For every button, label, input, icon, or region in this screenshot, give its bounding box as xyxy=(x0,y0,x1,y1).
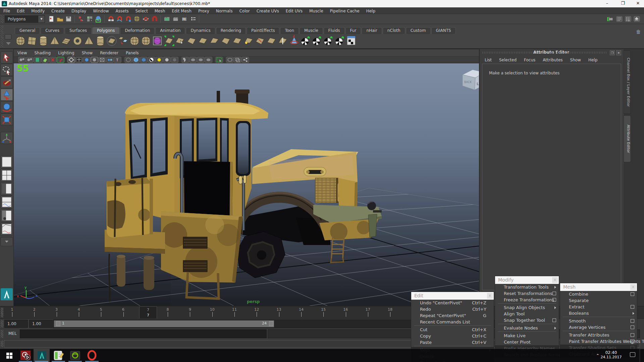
bookmark-icon[interactable] xyxy=(34,57,41,63)
menu-item-undo-centerpivot-[interactable]: Undo "CenterPivot"Ctrl+Z xyxy=(411,300,494,306)
uv-layout-icon[interactable] xyxy=(324,37,332,45)
snap-make-live-icon[interactable] xyxy=(151,15,159,23)
plane-pair-icon[interactable] xyxy=(199,38,207,44)
uv-unfold-icon[interactable] xyxy=(313,37,321,45)
fold-plane-icon[interactable] xyxy=(256,38,264,44)
menu-item-snap-align-objects[interactable]: Snap Align Objects xyxy=(495,304,559,311)
menu-item-copy[interactable]: CopyCtrl+C xyxy=(411,333,494,339)
restore-button[interactable]: ❐ xyxy=(618,0,628,7)
close-panel-icon[interactable]: ✕ xyxy=(616,50,621,55)
option-box-icon[interactable] xyxy=(552,318,556,322)
drag-handle[interactable] xyxy=(1,330,3,338)
start-button[interactable] xyxy=(1,349,17,362)
menu-item-evaluate-nodes[interactable]: Evaluate Nodes xyxy=(495,325,559,331)
shelf-tab-painteffects[interactable]: PaintEffects xyxy=(247,27,279,34)
poly-pyramid-icon[interactable] xyxy=(85,36,93,44)
blob2-icon[interactable] xyxy=(197,57,204,63)
layout-graph-button[interactable] xyxy=(1,196,13,208)
smooth-icon[interactable] xyxy=(153,37,161,45)
xray-icon[interactable] xyxy=(99,57,106,63)
screen-recorder-app[interactable] xyxy=(17,349,34,362)
menu-item-paste[interactable]: PasteCtrl+V xyxy=(411,339,494,346)
shelf-tab-nhair[interactable]: nHair xyxy=(362,27,382,34)
poly-cylinder-icon[interactable] xyxy=(40,36,47,46)
snap-grid-icon[interactable] xyxy=(107,15,115,23)
option-box-icon[interactable] xyxy=(631,319,634,323)
tray-chevron-icon[interactable]: ⌃ xyxy=(596,353,599,358)
cube-face-icon[interactable] xyxy=(210,38,218,43)
restore-panel-icon[interactable]: ❐ xyxy=(610,50,615,55)
menu-modify[interactable]: Modify xyxy=(28,8,48,14)
camera-attrs-icon[interactable] xyxy=(26,57,33,63)
ball-gray-icon[interactable] xyxy=(163,57,170,63)
range-start-handle[interactable] xyxy=(56,321,60,326)
poly-sphere-icon[interactable] xyxy=(16,37,25,45)
trash-icon[interactable]: 🗑 xyxy=(636,29,642,36)
lighting-default-icon[interactable] xyxy=(140,57,147,63)
menu-item-paint-transfer-attributes-weights-tool[interactable]: Paint Transfer Attributes Weights Tool xyxy=(560,338,637,345)
light-yellow-icon[interactable] xyxy=(156,57,163,63)
snap-projected-center-icon[interactable] xyxy=(133,15,141,23)
option-box-icon[interactable] xyxy=(552,298,556,302)
menu-file[interactable]: File xyxy=(0,8,13,14)
menu-item-center-pivot[interactable]: Center Pivot xyxy=(495,339,559,345)
playback-start-field[interactable]: 1.00 xyxy=(29,320,53,328)
range-end-handle[interactable] xyxy=(269,321,273,326)
option-box-icon[interactable] xyxy=(552,292,556,295)
grease-frame-icon[interactable] xyxy=(234,57,241,63)
uv-planar-icon[interactable] xyxy=(335,37,343,45)
panel-menu-panels[interactable]: Panels xyxy=(122,50,143,55)
shelf-tab-toon[interactable]: Toon xyxy=(280,27,299,34)
tray-clock[interactable]: 02:40 24.11.2017 xyxy=(599,350,623,359)
menu-muscle[interactable]: Muscle xyxy=(306,8,327,14)
poly-platonic-icon[interactable] xyxy=(107,36,116,46)
snap-point-icon[interactable] xyxy=(124,15,132,23)
shelf-tab-fur[interactable]: Fur xyxy=(345,27,361,34)
close-menu-icon[interactable]: x xyxy=(552,277,558,283)
tool-settings-icon[interactable] xyxy=(624,15,632,23)
side-tab-attribute-editor[interactable]: Attribute Editor xyxy=(624,115,631,162)
menu-item-smooth[interactable]: Smooth xyxy=(560,318,637,324)
menu-item-make-live[interactable]: Make Live xyxy=(495,333,559,339)
snap-curve-icon[interactable] xyxy=(116,15,124,23)
layout-persp-out-button[interactable] xyxy=(1,223,13,235)
panel-menu-view[interactable]: View xyxy=(14,50,31,55)
lighting-all-icon[interactable] xyxy=(132,57,140,63)
texture-bake-icon[interactable] xyxy=(607,15,615,23)
menu-create[interactable]: Create xyxy=(48,8,68,14)
range-bar[interactable]: 1 24 xyxy=(54,320,274,327)
snap-view-plane-icon[interactable] xyxy=(142,15,150,23)
ae-menu-list[interactable]: List xyxy=(481,57,495,63)
panel-menu-show[interactable]: Show xyxy=(78,50,96,55)
close-button[interactable]: ✕ xyxy=(633,0,643,7)
cone-ring-icon[interactable] xyxy=(290,35,298,44)
move-tool[interactable] xyxy=(1,89,13,101)
shelf-tab-animation[interactable]: Animation xyxy=(155,27,185,34)
drag-handle[interactable] xyxy=(1,25,3,47)
menu-select[interactable]: Select xyxy=(132,8,151,14)
chevron-down-icon[interactable]: ▼ xyxy=(38,16,45,22)
context-menu-title[interactable]: Editx xyxy=(411,292,494,300)
panel-menu-shading[interactable]: Shading xyxy=(31,50,54,55)
option-box-icon[interactable] xyxy=(631,333,634,337)
menu-edit-uvs[interactable]: Edit UVs xyxy=(282,8,306,14)
ball-dark-icon[interactable] xyxy=(171,57,178,63)
paint-select-tool[interactable] xyxy=(1,76,13,88)
menu-item-combine[interactable]: Combine xyxy=(560,291,637,297)
shaded-icon[interactable] xyxy=(68,57,75,63)
close-menu-icon[interactable]: x xyxy=(630,284,636,290)
default-material-icon[interactable] xyxy=(91,57,98,63)
uv-checker-icon[interactable] xyxy=(301,37,309,45)
open-scene-icon[interactable] xyxy=(56,15,64,23)
select-object-icon[interactable] xyxy=(86,15,94,23)
wireframe-on-shaded-icon[interactable] xyxy=(75,57,83,63)
blob1-icon[interactable] xyxy=(190,57,197,63)
quad-draw-icon[interactable] xyxy=(187,38,196,44)
grease-open-icon[interactable] xyxy=(226,57,233,63)
render-view-icon[interactable] xyxy=(163,15,171,23)
menu-create-uvs[interactable]: Create UVs xyxy=(253,8,282,14)
shelf-tab-custom[interactable]: Custom xyxy=(406,27,431,34)
bracket-plane-icon[interactable] xyxy=(164,36,174,46)
poly-cube-icon[interactable] xyxy=(28,37,36,45)
save-scene-icon[interactable] xyxy=(65,15,73,23)
